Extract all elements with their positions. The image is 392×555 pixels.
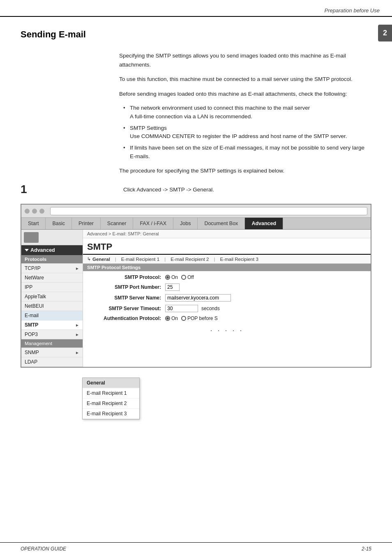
sub-nav-div1: | [115,257,116,262]
settings-header: SMTP Protocol Settings [83,264,371,271]
step-number: 1 [21,182,41,196]
smtp-server-name-label: SMTP Server Name: [87,295,161,301]
bullet-list: The network environment used to connect … [123,104,371,161]
protocol-off-radio[interactable] [181,275,186,280]
page-title: Sending E-mail [21,29,371,40]
smtp-timeout-input[interactable] [165,305,198,312]
sidebar-item-netware[interactable]: NetWare [21,273,83,283]
sidebar: Advanced Protocols TCP/IP ► NetWare IPP … [21,230,83,367]
sidebar-management: Management [21,339,83,348]
paragraph-1: Specifying the SMTP settings allows you … [119,51,371,69]
sidebar-item-email[interactable]: E-mail [21,311,83,320]
auth-pop-radio[interactable] [181,316,186,321]
step-container: 1 Click Advanced -> SMTP -> General. [21,182,371,196]
sidebar-advanced-header: Advanced [21,245,83,255]
sub-nav-recipient-2[interactable]: E-mail Recipient 2 [171,257,209,262]
text-area: Specifying the SMTP settings allows you … [119,51,371,175]
smtp-server-name-value [165,294,231,302]
smtp-timeout-unit: seconds [201,306,220,311]
tab-start[interactable]: Start [21,218,46,229]
tab-advanced[interactable]: Advanced [245,218,283,229]
chapter-tab: 2 [378,25,392,41]
sub-nav-arrow: ↳ [87,256,91,262]
smtp-timeout-label: SMTP Server Timeout: [87,306,161,311]
smtp-port-input[interactable] [165,283,180,291]
auth-on-option[interactable]: On [165,315,178,321]
sidebar-item-ipp[interactable]: IPP [21,283,83,292]
smtp-server-name-row: SMTP Server Name: [87,294,367,302]
smtp-arrow: ► [75,323,79,327]
breadcrumb: Advanced > E-mail: SMTP: General [83,230,371,238]
browser-addressbar [50,207,367,215]
paragraph-3: Before sending images loaded onto this m… [119,90,371,99]
settings-body: SMTP Protocol: On Off [83,271,371,340]
bullet-3: If limits have been set on the size of E… [123,144,371,161]
dots-line: · · · · · [87,325,367,336]
tab-jobs[interactable]: Jobs [173,218,198,229]
sub-nav-recipient-3[interactable]: E-mail Recipient 3 [220,257,258,262]
bullet-1: The network environment used to connect … [123,104,371,121]
tab-basic[interactable]: Basic [46,218,72,229]
sidebar-item-snmp[interactable]: SNMP ► [21,348,83,357]
smtp-port-value [165,283,180,291]
browser-btn-2 [32,209,37,214]
smtp-server-name-input[interactable] [165,294,231,302]
footer-right: 2-15 [362,546,371,552]
main-panel: Advanced > E-mail: SMTP: General SMTP ↳ … [83,230,371,367]
sidebar-protocols: Protocols [21,255,83,264]
protocol-off-option[interactable]: Off [181,274,194,280]
sub-nav-div3: | [214,257,215,262]
paragraph-4: The procedure for specifying the SMTP se… [119,166,371,175]
triangle-icon [25,249,29,251]
smtp-protocol-label: SMTP Protocol: [87,274,161,280]
pop3-arrow: ► [75,332,79,337]
auth-on-radio[interactable] [165,316,170,321]
submenu-recipient-3[interactable]: E-mail Recipient 3 [83,409,139,419]
bullet-2: SMTP Settings Use COMMAND CENTER to regi… [123,124,371,141]
protocol-on-option[interactable]: On [165,274,178,280]
auth-pop-option[interactable]: POP before S [181,315,218,321]
protocol-on-radio[interactable] [165,275,170,280]
page-footer: OPERATION GUIDE 2-15 [0,542,392,555]
tab-document-box[interactable]: Document Box [198,218,245,229]
main-content: Sending E-mail Specifying the SMTP setti… [0,17,392,380]
tab-scanner[interactable]: Scanner [101,218,134,229]
smtp-protocol-value: On Off [165,274,194,280]
content-layout: Advanced Protocols TCP/IP ► NetWare IPP … [21,230,371,367]
smtp-timeout-row: SMTP Server Timeout: seconds [87,305,367,312]
step-text: Click Advanced -> SMTP -> General. [123,186,214,194]
nav-tabs: Start Basic Printer Scanner FAX / i-FAX … [21,218,371,230]
screenshot: Start Basic Printer Scanner FAX / i-FAX … [21,204,371,368]
sidebar-item-appletalk[interactable]: AppleTalk [21,292,83,302]
sub-nav-general[interactable]: General [92,257,110,262]
sidebar-item-smtp[interactable]: SMTP ► [21,320,83,330]
sub-nav: ↳ General | E-mail Recipient 1 | E-mail … [83,255,371,264]
sub-nav-div2: | [164,257,166,262]
tcpip-arrow: ► [75,266,79,271]
sidebar-item-tcpip[interactable]: TCP/IP ► [21,264,83,273]
smtp-protocol-row: SMTP Protocol: On Off [87,274,367,280]
logo-image [24,232,39,243]
submenu-recipient-1[interactable]: E-mail Recipient 1 [83,388,139,398]
tab-printer[interactable]: Printer [72,218,101,229]
sub-nav-recipient-1[interactable]: E-mail Recipient 1 [121,257,159,262]
paragraph-2: To use this function, this machine must … [119,75,371,84]
sidebar-item-pop3[interactable]: POP3 ► [21,330,83,339]
submenu-general[interactable]: General [83,378,139,388]
snmp-arrow: ► [75,350,79,355]
sidebar-logo [21,230,83,245]
auth-protocol-label: Authentication Protocol: [87,315,161,321]
browser-btn-1 [25,209,30,214]
smtp-port-row: SMTP Port Number: [87,283,367,291]
smtp-port-label: SMTP Port Number: [87,284,161,290]
header-title: Preparation before Use [325,7,380,14]
tab-fax[interactable]: FAX / i-FAX [133,218,173,229]
auth-protocol-value: On POP before S [165,315,218,321]
footer-left: OPERATION GUIDE [21,546,66,552]
sidebar-item-ldap[interactable]: LDAP [21,357,83,367]
submenu-recipient-2[interactable]: E-mail Recipient 2 [83,398,139,409]
auth-protocol-row: Authentication Protocol: On POP before S [87,315,367,321]
sidebar-item-netbeui[interactable]: NetBEUI [21,302,83,311]
browser-btn-3 [39,209,44,214]
page-header: Preparation before Use [0,0,392,17]
